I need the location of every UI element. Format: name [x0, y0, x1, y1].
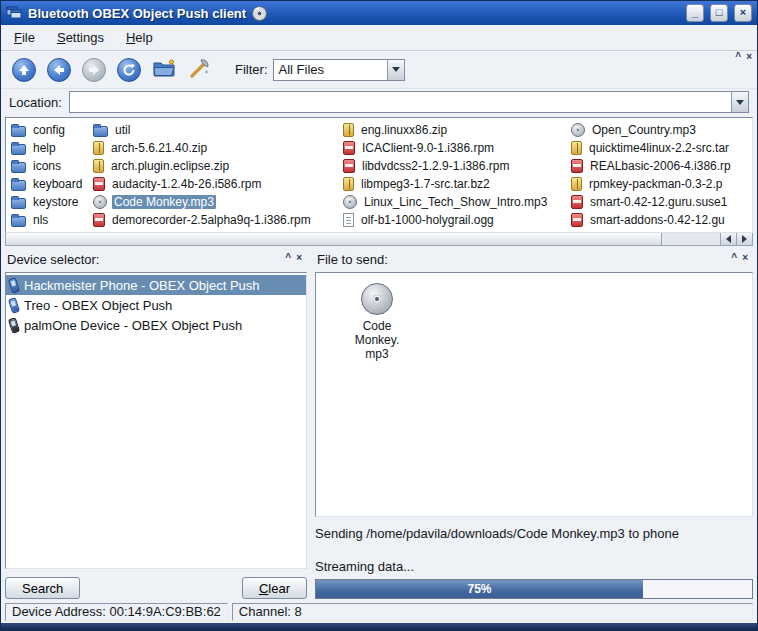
file-item[interactable]: smart-0.42-12.guru.suse1: [566, 193, 752, 211]
file-item-label: icons: [31, 159, 63, 173]
scroll-right-button[interactable]: [736, 233, 752, 245]
clear-button[interactable]: Clear: [242, 577, 307, 599]
rpm-icon: [571, 159, 583, 173]
file-item-label: Open_Country.mp3: [590, 123, 698, 137]
file-item[interactable]: arch.plugin.eclipse.zip: [88, 157, 338, 175]
device-list: Hackmeister Phone - OBEX Object PushTreo…: [5, 272, 307, 569]
rpm-icon: [571, 213, 583, 227]
file-item[interactable]: quicktime4linux-2.2-src.tar: [566, 139, 752, 157]
device-list-item[interactable]: Treo - OBEX Object Push: [6, 295, 306, 315]
window-bottom-border: [1, 623, 757, 630]
scroll-left-button[interactable]: [720, 233, 736, 245]
file-item-label: REALbasic-2006-4.i386.rp: [588, 159, 733, 173]
folder-icon: [11, 216, 26, 227]
shade-pane-button[interactable]: ^: [730, 253, 738, 263]
maximize-button[interactable]: □: [710, 4, 728, 22]
reload-button[interactable]: [114, 55, 144, 85]
vertical-splitter[interactable]: [307, 252, 315, 599]
forward-button[interactable]: [79, 55, 109, 85]
file-item[interactable]: keyboard: [6, 175, 88, 193]
configure-button[interactable]: [184, 55, 214, 85]
file-column: Open_Country.mp3quicktime4linux-2.2-src.…: [566, 121, 752, 232]
menu-help[interactable]: Help: [123, 28, 156, 47]
file-item[interactable]: keystore: [6, 193, 88, 211]
file-item[interactable]: Open_Country.mp3: [566, 121, 752, 139]
progress-bar: 75%: [315, 579, 753, 599]
folder-icon: [11, 180, 26, 191]
up-button[interactable]: [9, 55, 39, 85]
back-icon: [47, 58, 71, 82]
scrollbar-track[interactable]: [662, 233, 720, 245]
file-item[interactable]: util: [88, 121, 338, 139]
file-to-send-pane: ^ × File to send: Code Monkey. mp3 Sendi…: [315, 252, 753, 599]
filter-label: Filter:: [235, 62, 268, 77]
file-item[interactable]: olf-b1-1000-holygrail.ogg: [338, 211, 566, 229]
file-item-label: libmpeg3-1.7-src.tar.bz2: [359, 177, 492, 191]
file-item[interactable]: Linux_Linc_Tech_Show_Intro.mp3: [338, 193, 566, 211]
device-label: Treo - OBEX Object Push: [24, 298, 172, 313]
menubar: File Settings Help: [1, 25, 757, 51]
file-item[interactable]: libmpeg3-1.7-src.tar.bz2: [338, 175, 566, 193]
channel-status: Channel: 8: [232, 603, 753, 621]
up-icon: [12, 58, 36, 82]
file-column: utilarch-5.6.21.40.ziparch.plugin.eclips…: [88, 121, 338, 232]
menu-settings[interactable]: Settings: [54, 28, 107, 47]
statusbar: Device Address: 00:14:9A:C9:BB:62 Channe…: [1, 603, 757, 623]
minimize-button[interactable]: _: [686, 4, 704, 22]
file-item[interactable]: rpmkey-packman-0.3-2.p: [566, 175, 752, 193]
titlebar[interactable]: Bluetooth OBEX Object Push client _ □ ×: [1, 1, 757, 25]
file-item[interactable]: help: [6, 139, 88, 157]
file-item[interactable]: nls: [6, 211, 88, 229]
file-item-label: Code Monkey.mp3: [112, 195, 216, 209]
folder-icon: [11, 126, 26, 137]
send-file-item[interactable]: Code Monkey. mp3: [338, 283, 416, 361]
menu-file[interactable]: File: [11, 28, 38, 47]
close-button[interactable]: ×: [734, 4, 752, 22]
location-row: Location:: [1, 89, 757, 115]
file-item[interactable]: eng.linuxx86.zip: [338, 121, 566, 139]
back-button[interactable]: [44, 55, 74, 85]
file-item-label: rpmkey-packman-0.3-2.p: [587, 177, 724, 191]
file-item[interactable]: ICAClient-9.0-1.i386.rpm: [338, 139, 566, 157]
location-dropdown-button[interactable]: [731, 92, 748, 112]
file-item[interactable]: smart-addons-0.42-12.gu: [566, 211, 752, 229]
zip-icon: [571, 177, 582, 191]
file-item-label: config: [31, 123, 67, 137]
file-item[interactable]: libdvdcss2-1.2.9-1.i386.rpm: [338, 157, 566, 175]
send-file-view: Code Monkey. mp3: [315, 272, 753, 517]
file-item-label: olf-b1-1000-holygrail.ogg: [359, 213, 496, 227]
shade-pane-button[interactable]: ^: [734, 52, 742, 62]
file-item[interactable]: icons: [6, 157, 88, 175]
scrollbar-thumb[interactable]: [6, 233, 662, 245]
file-item[interactable]: REALbasic-2006-4.i386.rp: [566, 157, 752, 175]
new-folder-button[interactable]: [149, 55, 179, 85]
location-combobox: [69, 91, 749, 113]
device-list-item[interactable]: palmOne Device - OBEX Object Push: [6, 315, 306, 335]
close-pane-button[interactable]: ×: [745, 52, 753, 62]
search-button[interactable]: Search: [5, 577, 80, 599]
folder-icon: [93, 126, 108, 137]
cd-icon: [361, 283, 393, 315]
file-item-label: keyboard: [31, 177, 84, 191]
filter-value: All Files: [274, 60, 387, 80]
file-item-label: keystore: [31, 195, 80, 209]
filter-combobox[interactable]: All Files: [273, 59, 405, 81]
device-list-item[interactable]: Hackmeister Phone - OBEX Object Push: [6, 275, 306, 295]
file-item[interactable]: demorecorder-2.5alpha9q-1.i386.rpm: [88, 211, 338, 229]
file-item[interactable]: arch-5.6.21.40.zip: [88, 139, 338, 157]
filter-dropdown-button[interactable]: [387, 60, 404, 80]
file-item-label: Linux_Linc_Tech_Show_Intro.mp3: [362, 195, 549, 209]
close-pane-button[interactable]: ×: [741, 253, 749, 263]
folder-icon: [11, 144, 26, 155]
device-selector-pane: ^ × Device selector: Hackmeister Phone -…: [5, 252, 307, 599]
file-item[interactable]: config: [6, 121, 88, 139]
file-item-label: help: [31, 141, 58, 155]
file-item[interactable]: audacity-1.2.4b-26.i586.rpm: [88, 175, 338, 193]
location-input[interactable]: [70, 92, 731, 112]
shade-pane-button[interactable]: ^: [284, 253, 292, 263]
close-pane-button[interactable]: ×: [295, 253, 303, 263]
toolbar: Filter: All Files ^ ×: [1, 51, 757, 89]
file-item[interactable]: Code Monkey.mp3: [88, 193, 338, 211]
phone-icon: [8, 297, 20, 314]
file-item-label: arch.plugin.eclipse.zip: [109, 159, 231, 173]
